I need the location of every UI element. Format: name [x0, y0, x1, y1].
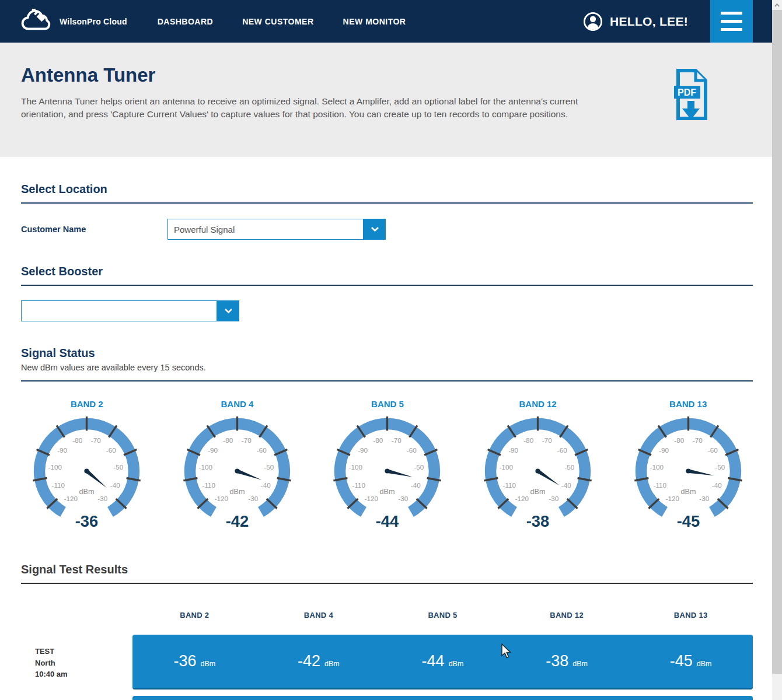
divider [21, 285, 753, 286]
customer-select-button[interactable] [364, 219, 386, 240]
navbar: WilsonPro Cloud DASHBOARDNEW CUSTOMERNEW… [0, 0, 772, 43]
gauge-band-title: BAND 12 [519, 399, 556, 409]
svg-text:-50: -50 [414, 463, 424, 471]
result-unit: dBm [324, 660, 340, 668]
svg-text:-100: -100 [48, 463, 62, 471]
result-row-direction: North [35, 657, 68, 669]
svg-text:PDF: PDF [678, 88, 696, 97]
svg-text:-80: -80 [523, 436, 533, 444]
svg-text:-60: -60 [106, 446, 116, 454]
mouse-cursor [501, 643, 512, 662]
svg-text:-100: -100 [349, 463, 363, 471]
divider [21, 583, 753, 584]
svg-text:-80: -80 [73, 436, 83, 444]
svg-text:-90: -90 [58, 446, 68, 454]
scrollbar-up-button[interactable] [772, 0, 782, 10]
customer-name-select[interactable]: Powerful Signal [167, 219, 386, 240]
divider [21, 202, 753, 204]
svg-text:-120: -120 [665, 495, 679, 502]
results-column-header: BAND 12 [505, 611, 629, 620]
result-value-cell: -38dBm [505, 652, 629, 670]
svg-text:dBm: dBm [380, 488, 395, 496]
result-unit: dBm [572, 660, 588, 668]
svg-text:dBm: dBm [680, 488, 696, 496]
hamburger-bar [721, 28, 742, 31]
nav-item-new-customer[interactable]: NEW CUSTOMER [242, 17, 313, 26]
svg-text:-80: -80 [223, 436, 233, 444]
result-value: -38 [546, 652, 568, 670]
booster-select-value [21, 300, 217, 321]
gauge-band-5: BAND 5-120-110-100-90-80-70-60-50-40-30d… [312, 399, 463, 530]
page-title: Antenna Tuner [21, 64, 155, 86]
svg-text:-40: -40 [411, 481, 421, 489]
svg-text:-40: -40 [711, 481, 721, 489]
booster-select[interactable] [21, 300, 239, 321]
svg-text:-42: -42 [226, 512, 249, 530]
svg-text:-110: -110 [653, 481, 666, 489]
gauge-band-13: BAND 13-120-110-100-90-80-70-60-50-40-30… [613, 399, 763, 530]
signal-status-subtext: New dBm values are available every 15 se… [21, 363, 206, 372]
svg-text:dBm: dBm [79, 488, 95, 496]
result-value-cell: -44dBm [380, 652, 505, 670]
gauge-band-title: BAND 4 [221, 399, 253, 409]
svg-text:-60: -60 [407, 446, 417, 454]
result-unit: dBm [200, 660, 215, 668]
svg-text:-120: -120 [214, 495, 228, 502]
svg-text:-100: -100 [500, 463, 514, 471]
svg-text:-40: -40 [261, 481, 271, 489]
result-value: -45 [670, 652, 693, 670]
results-column-header: BAND 2 [132, 611, 257, 620]
vertical-scrollbar[interactable] [772, 0, 782, 700]
signal-test-results-heading: Signal Test Results [21, 563, 128, 576]
result-row-bar[interactable]: -36dBm-42dBm-44dBm-38dBm-45dBm [132, 635, 753, 690]
nav-right: HELLO, LEE! [583, 0, 772, 43]
result-row-bar-partial[interactable] [132, 696, 753, 700]
svg-text:-60: -60 [557, 446, 567, 454]
pdf-download-icon[interactable]: PDF [672, 68, 710, 124]
hamburger-menu-button[interactable] [710, 0, 753, 43]
result-row-name: TEST [35, 646, 68, 657]
svg-text:-50: -50 [264, 463, 274, 471]
scrollbar-thumb[interactable] [772, 10, 782, 674]
chevron-up-icon [774, 4, 780, 7]
gauge-band-title: BAND 2 [71, 399, 103, 409]
gauge-band-title: BAND 5 [371, 399, 404, 409]
svg-text:-30: -30 [399, 495, 409, 502]
cloud-logo-icon [20, 9, 54, 34]
svg-text:-45: -45 [676, 512, 699, 530]
svg-text:-38: -38 [526, 512, 549, 530]
svg-text:-70: -70 [392, 436, 402, 444]
svg-text:-80: -80 [373, 436, 383, 444]
svg-text:-36: -36 [75, 512, 98, 530]
select-booster-heading: Select Booster [21, 265, 103, 278]
signal-status-heading: Signal Status [21, 346, 95, 360]
result-value-cell: -36dBm [132, 652, 257, 670]
svg-text:-100: -100 [650, 463, 664, 471]
svg-text:-120: -120 [365, 495, 379, 502]
gauge-dial: -120-110-100-90-80-70-60-50-40-30dBm-44 [330, 412, 444, 530]
result-unit: dBm [449, 660, 464, 668]
brand[interactable]: WilsonPro Cloud [20, 9, 127, 34]
booster-select-button[interactable] [217, 300, 239, 321]
svg-text:-30: -30 [98, 495, 108, 502]
results-column-header: BAND 5 [380, 611, 505, 620]
chevron-down-icon [371, 226, 379, 232]
svg-text:-60: -60 [708, 446, 718, 454]
svg-text:-30: -30 [699, 495, 709, 502]
select-location-heading: Select Location [21, 183, 107, 196]
nav-item-new-monitor[interactable]: NEW MONITOR [343, 17, 406, 26]
nav-item-dashboard[interactable]: DASHBOARD [158, 17, 214, 26]
hamburger-bar [721, 20, 742, 23]
result-unit: dBm [697, 660, 712, 668]
svg-text:-80: -80 [674, 436, 684, 444]
svg-text:-120: -120 [515, 495, 529, 502]
svg-text:-120: -120 [64, 495, 78, 502]
svg-text:-50: -50 [564, 463, 574, 471]
gauge-band-12: BAND 12-120-110-100-90-80-70-60-50-40-30… [463, 399, 613, 530]
svg-text:-44: -44 [376, 512, 399, 530]
gauge-band-title: BAND 13 [669, 399, 707, 409]
svg-text:-30: -30 [248, 495, 258, 502]
svg-text:dBm: dBm [229, 488, 245, 496]
svg-text:-40: -40 [110, 481, 120, 489]
hamburger-bar [721, 12, 742, 15]
